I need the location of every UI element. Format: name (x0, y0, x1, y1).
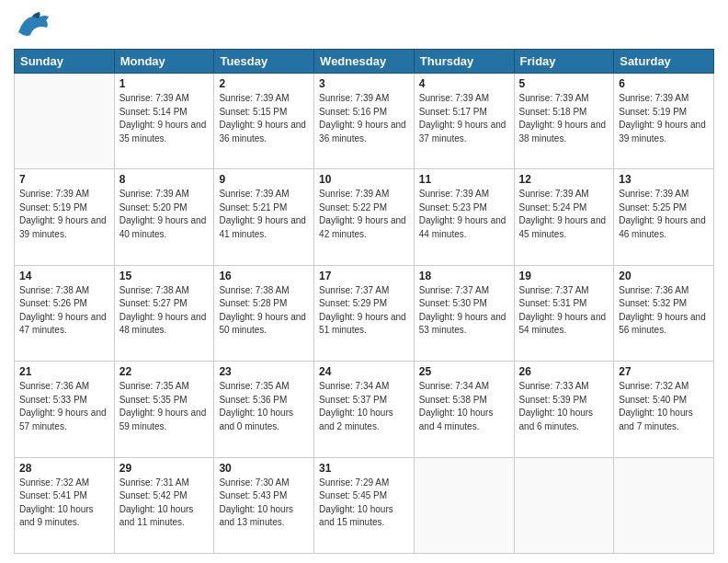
day-number: 3 (319, 77, 409, 90)
logo-icon (14, 9, 51, 41)
weekday-header-friday: Friday (514, 50, 614, 74)
calendar-cell (614, 457, 714, 553)
weekday-header-tuesday: Tuesday (214, 50, 314, 74)
weekday-header-thursday: Thursday (414, 50, 514, 74)
day-number: 29 (119, 462, 210, 475)
calendar-cell: 26Sunrise: 7:33 AMSunset: 5:39 PMDayligh… (514, 362, 614, 457)
calendar-cell: 25Sunrise: 7:34 AMSunset: 5:38 PMDayligh… (414, 362, 514, 457)
day-info: Sunrise: 7:31 AMSunset: 5:42 PMDaylight:… (119, 477, 210, 530)
day-info: Sunrise: 7:39 AMSunset: 5:22 PMDaylight:… (319, 188, 409, 241)
calendar-cell: 20Sunrise: 7:36 AMSunset: 5:32 PMDayligh… (614, 265, 714, 361)
day-number: 11 (419, 173, 509, 186)
header (14, 9, 714, 41)
calendar-cell: 28Sunrise: 7:32 AMSunset: 5:41 PMDayligh… (15, 457, 115, 553)
page: SundayMondayTuesdayWednesdayThursdayFrid… (0, 0, 728, 563)
day-number: 14 (19, 270, 109, 282)
day-info: Sunrise: 7:39 AMSunset: 5:14 PMDaylight:… (119, 92, 210, 145)
calendar-cell: 29Sunrise: 7:31 AMSunset: 5:42 PMDayligh… (114, 457, 214, 553)
day-info: Sunrise: 7:39 AMSunset: 5:15 PMDaylight:… (219, 92, 309, 145)
day-info: Sunrise: 7:30 AMSunset: 5:43 PMDaylight:… (219, 477, 309, 530)
day-info: Sunrise: 7:37 AMSunset: 5:31 PMDaylight:… (519, 284, 609, 338)
day-number: 4 (419, 77, 509, 90)
day-number: 21 (19, 365, 109, 378)
calendar-cell: 14Sunrise: 7:38 AMSunset: 5:26 PMDayligh… (15, 265, 115, 361)
week-row-4: 21Sunrise: 7:36 AMSunset: 5:33 PMDayligh… (15, 362, 714, 457)
calendar-cell: 21Sunrise: 7:36 AMSunset: 5:33 PMDayligh… (15, 362, 115, 457)
calendar-cell: 10Sunrise: 7:39 AMSunset: 5:22 PMDayligh… (314, 169, 415, 265)
day-number: 16 (219, 270, 309, 282)
day-info: Sunrise: 7:35 AMSunset: 5:35 PMDaylight:… (119, 380, 210, 433)
day-info: Sunrise: 7:35 AMSunset: 5:36 PMDaylight:… (219, 380, 309, 433)
calendar-cell: 6Sunrise: 7:39 AMSunset: 5:19 PMDaylight… (614, 74, 714, 169)
calendar-cell: 3Sunrise: 7:39 AMSunset: 5:16 PMDaylight… (314, 74, 415, 169)
day-info: Sunrise: 7:39 AMSunset: 5:23 PMDaylight:… (419, 188, 509, 241)
calendar-cell: 30Sunrise: 7:30 AMSunset: 5:43 PMDayligh… (214, 457, 314, 553)
calendar-cell: 16Sunrise: 7:38 AMSunset: 5:28 PMDayligh… (214, 265, 314, 361)
day-info: Sunrise: 7:37 AMSunset: 5:30 PMDaylight:… (419, 284, 509, 338)
calendar-cell: 8Sunrise: 7:39 AMSunset: 5:20 PMDaylight… (114, 169, 214, 265)
day-number: 26 (519, 365, 609, 378)
day-number: 1 (119, 77, 210, 90)
day-info: Sunrise: 7:34 AMSunset: 5:38 PMDaylight:… (419, 380, 509, 433)
week-row-3: 14Sunrise: 7:38 AMSunset: 5:26 PMDayligh… (15, 265, 714, 361)
day-info: Sunrise: 7:39 AMSunset: 5:16 PMDaylight:… (319, 92, 409, 145)
day-info: Sunrise: 7:39 AMSunset: 5:19 PMDaylight:… (19, 188, 109, 241)
calendar-cell: 7Sunrise: 7:39 AMSunset: 5:19 PMDaylight… (15, 169, 115, 265)
day-number: 10 (319, 173, 409, 186)
day-info: Sunrise: 7:32 AMSunset: 5:40 PMDaylight:… (619, 380, 709, 433)
day-info: Sunrise: 7:38 AMSunset: 5:27 PMDaylight:… (119, 284, 210, 338)
calendar-cell: 31Sunrise: 7:29 AMSunset: 5:45 PMDayligh… (314, 457, 415, 553)
day-info: Sunrise: 7:36 AMSunset: 5:32 PMDaylight:… (619, 284, 709, 338)
day-number: 23 (219, 365, 309, 378)
day-info: Sunrise: 7:33 AMSunset: 5:39 PMDaylight:… (519, 380, 609, 433)
calendar-cell: 18Sunrise: 7:37 AMSunset: 5:30 PMDayligh… (414, 265, 514, 361)
calendar-cell (514, 457, 614, 553)
day-info: Sunrise: 7:36 AMSunset: 5:33 PMDaylight:… (19, 380, 109, 433)
day-info: Sunrise: 7:39 AMSunset: 5:24 PMDaylight:… (519, 188, 609, 241)
day-number: 22 (119, 365, 210, 378)
day-number: 6 (619, 77, 709, 90)
day-info: Sunrise: 7:29 AMSunset: 5:45 PMDaylight:… (319, 477, 409, 530)
calendar-cell: 24Sunrise: 7:34 AMSunset: 5:37 PMDayligh… (314, 362, 415, 457)
day-number: 18 (419, 270, 509, 282)
calendar-cell: 9Sunrise: 7:39 AMSunset: 5:21 PMDaylight… (214, 169, 314, 265)
weekday-header-saturday: Saturday (614, 50, 714, 74)
week-row-2: 7Sunrise: 7:39 AMSunset: 5:19 PMDaylight… (15, 169, 714, 265)
calendar-cell: 22Sunrise: 7:35 AMSunset: 5:35 PMDayligh… (114, 362, 214, 457)
calendar-cell: 1Sunrise: 7:39 AMSunset: 5:14 PMDaylight… (114, 74, 214, 169)
day-number: 24 (319, 365, 409, 378)
day-info: Sunrise: 7:37 AMSunset: 5:29 PMDaylight:… (319, 284, 409, 338)
day-info: Sunrise: 7:32 AMSunset: 5:41 PMDaylight:… (19, 477, 109, 530)
day-info: Sunrise: 7:34 AMSunset: 5:37 PMDaylight:… (319, 380, 409, 433)
weekday-header-monday: Monday (114, 50, 214, 74)
day-info: Sunrise: 7:39 AMSunset: 5:25 PMDaylight:… (619, 188, 709, 241)
day-number: 5 (519, 77, 609, 90)
day-info: Sunrise: 7:39 AMSunset: 5:18 PMDaylight:… (519, 92, 609, 145)
calendar-cell: 19Sunrise: 7:37 AMSunset: 5:31 PMDayligh… (514, 265, 614, 361)
day-number: 20 (619, 270, 709, 282)
calendar-cell: 13Sunrise: 7:39 AMSunset: 5:25 PMDayligh… (614, 169, 714, 265)
calendar-table: SundayMondayTuesdayWednesdayThursdayFrid… (14, 49, 714, 554)
day-number: 31 (319, 462, 409, 475)
day-number: 27 (619, 365, 709, 378)
week-row-1: 1Sunrise: 7:39 AMSunset: 5:14 PMDaylight… (15, 74, 714, 169)
day-number: 2 (219, 77, 309, 90)
day-number: 25 (419, 365, 509, 378)
day-number: 13 (619, 173, 709, 186)
day-number: 30 (219, 462, 309, 475)
day-info: Sunrise: 7:38 AMSunset: 5:28 PMDaylight:… (219, 284, 309, 338)
day-info: Sunrise: 7:39 AMSunset: 5:19 PMDaylight:… (619, 92, 709, 145)
day-number: 19 (519, 270, 609, 282)
week-row-5: 28Sunrise: 7:32 AMSunset: 5:41 PMDayligh… (15, 457, 714, 553)
day-info: Sunrise: 7:39 AMSunset: 5:20 PMDaylight:… (119, 188, 210, 241)
day-info: Sunrise: 7:39 AMSunset: 5:21 PMDaylight:… (219, 188, 309, 241)
weekday-header-wednesday: Wednesday (314, 50, 415, 74)
calendar-cell: 11Sunrise: 7:39 AMSunset: 5:23 PMDayligh… (414, 169, 514, 265)
calendar-cell: 5Sunrise: 7:39 AMSunset: 5:18 PMDaylight… (514, 74, 614, 169)
weekday-header-row: SundayMondayTuesdayWednesdayThursdayFrid… (15, 50, 714, 74)
calendar-cell: 15Sunrise: 7:38 AMSunset: 5:27 PMDayligh… (114, 265, 214, 361)
day-number: 8 (119, 173, 210, 186)
calendar-cell: 27Sunrise: 7:32 AMSunset: 5:40 PMDayligh… (614, 362, 714, 457)
calendar-cell (15, 74, 115, 169)
calendar-cell: 17Sunrise: 7:37 AMSunset: 5:29 PMDayligh… (314, 265, 415, 361)
